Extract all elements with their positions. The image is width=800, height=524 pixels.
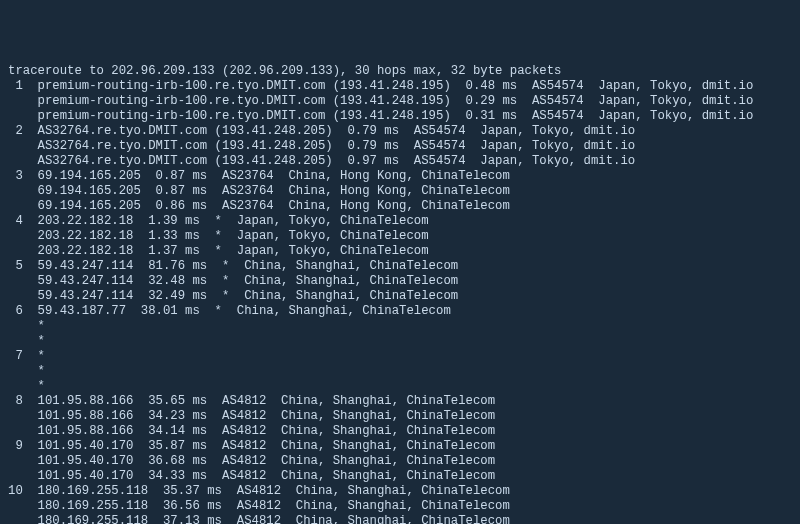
hop-line: 3 69.194.165.205 0.87 ms AS23764 China, …: [8, 169, 792, 184]
hop-line: AS32764.re.tyo.DMIT.com (193.41.248.205)…: [8, 139, 792, 154]
hop-line: 101.95.88.166 34.23 ms AS4812 China, Sha…: [8, 409, 792, 424]
hop-line: AS32764.re.tyo.DMIT.com (193.41.248.205)…: [8, 154, 792, 169]
hop-line: 59.43.247.114 32.48 ms * China, Shanghai…: [8, 274, 792, 289]
hop-line: 6 59.43.187.77 38.01 ms * China, Shangha…: [8, 304, 792, 319]
traceroute-header: traceroute to 202.96.209.133 (202.96.209…: [8, 64, 792, 79]
hop-line: 59.43.247.114 32.49 ms * China, Shanghai…: [8, 289, 792, 304]
hop-line: 101.95.40.170 34.33 ms AS4812 China, Sha…: [8, 469, 792, 484]
hop-line: premium-routing-irb-100.re.tyo.DMIT.com …: [8, 109, 792, 124]
hop-line: *: [8, 364, 792, 379]
hop-line: 2 AS32764.re.tyo.DMIT.com (193.41.248.20…: [8, 124, 792, 139]
hop-line: 4 203.22.182.18 1.39 ms * Japan, Tokyo, …: [8, 214, 792, 229]
hop-line: *: [8, 334, 792, 349]
hop-line: 1 premium-routing-irb-100.re.tyo.DMIT.co…: [8, 79, 792, 94]
hop-line: 10 180.169.255.118 35.37 ms AS4812 China…: [8, 484, 792, 499]
hop-line: 69.194.165.205 0.87 ms AS23764 China, Ho…: [8, 184, 792, 199]
hop-line: 203.22.182.18 1.37 ms * Japan, Tokyo, Ch…: [8, 244, 792, 259]
hop-line: 9 101.95.40.170 35.87 ms AS4812 China, S…: [8, 439, 792, 454]
hop-line: *: [8, 379, 792, 394]
hop-line: 101.95.88.166 34.14 ms AS4812 China, Sha…: [8, 424, 792, 439]
hop-line: 180.169.255.118 37.13 ms AS4812 China, S…: [8, 514, 792, 524]
hop-line: 8 101.95.88.166 35.65 ms AS4812 China, S…: [8, 394, 792, 409]
hop-line: premium-routing-irb-100.re.tyo.DMIT.com …: [8, 94, 792, 109]
hop-line: 203.22.182.18 1.33 ms * Japan, Tokyo, Ch…: [8, 229, 792, 244]
hop-line: 101.95.40.170 36.68 ms AS4812 China, Sha…: [8, 454, 792, 469]
hop-line: 180.169.255.118 36.56 ms AS4812 China, S…: [8, 499, 792, 514]
terminal-output: traceroute to 202.96.209.133 (202.96.209…: [8, 64, 792, 524]
hop-line: 69.194.165.205 0.86 ms AS23764 China, Ho…: [8, 199, 792, 214]
hop-line: 7 *: [8, 349, 792, 364]
hop-line: *: [8, 319, 792, 334]
hop-line: 5 59.43.247.114 81.76 ms * China, Shangh…: [8, 259, 792, 274]
